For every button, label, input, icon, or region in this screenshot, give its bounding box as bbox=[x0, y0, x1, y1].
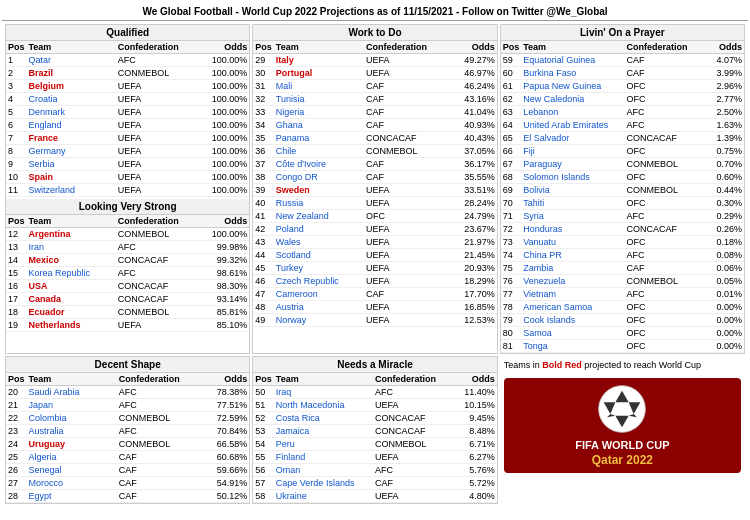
cell-pos: 34 bbox=[253, 119, 274, 132]
cell-team: Serbia bbox=[27, 158, 116, 171]
cell-conf: CAF bbox=[364, 106, 448, 119]
table-row: 58UkraineUEFA4.80% bbox=[253, 490, 496, 503]
cell-odds: 2.50% bbox=[700, 106, 744, 119]
cell-conf: UEFA bbox=[116, 184, 199, 197]
cell-conf: CONCACAF bbox=[373, 412, 451, 425]
cell-team: American Samoa bbox=[521, 301, 624, 314]
cell-conf: OFC bbox=[624, 340, 699, 353]
cell-conf: OFC bbox=[624, 93, 699, 106]
cell-conf: AFC bbox=[117, 399, 201, 412]
looking-strong-header: Looking Very Strong bbox=[6, 199, 249, 215]
table-row: 61Papua New GuineaOFC2.96% bbox=[501, 80, 744, 93]
col-conf: Confederation bbox=[116, 41, 199, 54]
cell-conf: CAF bbox=[624, 54, 699, 67]
cell-odds: 66.58% bbox=[200, 438, 249, 451]
cell-conf: CAF bbox=[117, 451, 201, 464]
cell-pos: 21 bbox=[6, 399, 27, 412]
table-row: 34GhanaCAF40.93% bbox=[253, 119, 496, 132]
cell-conf: CONCACAF bbox=[116, 280, 199, 293]
cell-pos: 61 bbox=[501, 80, 522, 93]
table-row: 80SamoaOFC0.00% bbox=[501, 327, 744, 340]
wc-ball-icon bbox=[597, 384, 647, 434]
table-row: 14MexicoCONCACAF99.32% bbox=[6, 254, 249, 267]
col-team: Team bbox=[27, 41, 116, 54]
cell-conf: CONCACAF bbox=[116, 293, 199, 306]
cell-pos: 3 bbox=[6, 80, 27, 93]
cell-pos: 26 bbox=[6, 464, 27, 477]
cell-odds: 93.14% bbox=[199, 293, 249, 306]
cell-odds: 43.16% bbox=[448, 93, 497, 106]
cell-odds: 4.07% bbox=[700, 54, 744, 67]
cell-conf: CAF bbox=[624, 67, 699, 80]
cell-pos: 81 bbox=[501, 340, 522, 353]
table-row: 33NigeriaCAF41.04% bbox=[253, 106, 496, 119]
cell-team: Colombia bbox=[27, 412, 117, 425]
cell-conf: UEFA bbox=[116, 119, 199, 132]
table-row: 74China PRAFC0.08% bbox=[501, 249, 744, 262]
cell-team: Peru bbox=[274, 438, 373, 451]
cell-odds: 100.00% bbox=[199, 67, 249, 80]
cell-odds: 49.27% bbox=[448, 54, 497, 67]
cell-team: Qatar bbox=[27, 54, 116, 67]
cell-conf: OFC bbox=[624, 327, 699, 340]
cell-odds: 100.00% bbox=[199, 228, 249, 241]
cell-odds: 0.44% bbox=[700, 184, 744, 197]
cell-team: Brazil bbox=[27, 67, 116, 80]
cell-odds: 85.10% bbox=[199, 319, 249, 332]
cell-conf: CONMEBOL bbox=[364, 145, 448, 158]
cell-conf: CONMEBOL bbox=[117, 412, 201, 425]
table-row: 32TunisiaCAF43.16% bbox=[253, 93, 496, 106]
decent-shape-section: Decent Shape Pos Team Confederation Odds… bbox=[5, 356, 250, 504]
table-row: 40RussiaUEFA28.24% bbox=[253, 197, 496, 210]
cell-conf: AFC bbox=[624, 288, 699, 301]
cell-odds: 21.97% bbox=[448, 236, 497, 249]
cell-pos: 32 bbox=[253, 93, 274, 106]
cell-team: Nigeria bbox=[274, 106, 364, 119]
cell-conf: AFC bbox=[117, 425, 201, 438]
cell-conf: UEFA bbox=[116, 319, 199, 332]
cell-conf: CONMEBOL bbox=[116, 306, 199, 319]
cell-pos: 11 bbox=[6, 184, 27, 197]
cell-pos: 53 bbox=[253, 425, 274, 438]
cell-team: Denmark bbox=[27, 106, 116, 119]
cell-conf: AFC bbox=[116, 267, 199, 280]
cell-pos: 70 bbox=[501, 197, 522, 210]
cell-pos: 44 bbox=[253, 249, 274, 262]
cell-team: Egypt bbox=[27, 490, 117, 503]
logo-area: FIFA WORLD CUP Qatar 2022 bbox=[504, 378, 741, 473]
cell-team: Belgium bbox=[27, 80, 116, 93]
cell-pos: 43 bbox=[253, 236, 274, 249]
table-row: 29ItalyUEFA49.27% bbox=[253, 54, 496, 67]
cell-team: Croatia bbox=[27, 93, 116, 106]
cell-odds: 100.00% bbox=[199, 171, 249, 184]
cell-team: France bbox=[27, 132, 116, 145]
table-row: 79Cook IslandsOFC0.00% bbox=[501, 314, 744, 327]
cell-pos: 28 bbox=[6, 490, 27, 503]
cell-odds: 100.00% bbox=[199, 119, 249, 132]
cell-conf: OFC bbox=[624, 314, 699, 327]
cell-conf: UEFA bbox=[364, 54, 448, 67]
table-row: 64United Arab EmiratesAFC1.63% bbox=[501, 119, 744, 132]
decent-shape-table: Pos Team Confederation Odds 20Saudi Arab… bbox=[6, 373, 249, 503]
cell-conf: CONCACAF bbox=[624, 223, 699, 236]
cell-conf: CONMEBOL bbox=[116, 67, 199, 80]
cell-team: Italy bbox=[274, 54, 364, 67]
table-row: 67ParaguayCONMEBOL0.70% bbox=[501, 158, 744, 171]
cell-conf: CAF bbox=[117, 477, 201, 490]
cell-conf: OFC bbox=[364, 210, 448, 223]
cell-conf: UEFA bbox=[116, 106, 199, 119]
table-row: 59Equatorial GuineaCAF4.07% bbox=[501, 54, 744, 67]
needs-miracle-header: Needs a Miracle bbox=[253, 357, 496, 373]
cell-pos: 6 bbox=[6, 119, 27, 132]
cell-team: New Zealand bbox=[274, 210, 364, 223]
table-row: 15Korea RepublicAFC98.61% bbox=[6, 267, 249, 280]
cell-odds: 40.93% bbox=[448, 119, 497, 132]
cell-odds: 5.72% bbox=[451, 477, 497, 490]
cell-team: Tonga bbox=[521, 340, 624, 353]
cell-odds: 2.96% bbox=[700, 80, 744, 93]
cell-odds: 0.26% bbox=[700, 223, 744, 236]
table-row: 53JamaicaCONCACAF8.48% bbox=[253, 425, 496, 438]
cell-conf: UEFA bbox=[364, 184, 448, 197]
cell-odds: 46.97% bbox=[448, 67, 497, 80]
cell-odds: 60.68% bbox=[200, 451, 249, 464]
